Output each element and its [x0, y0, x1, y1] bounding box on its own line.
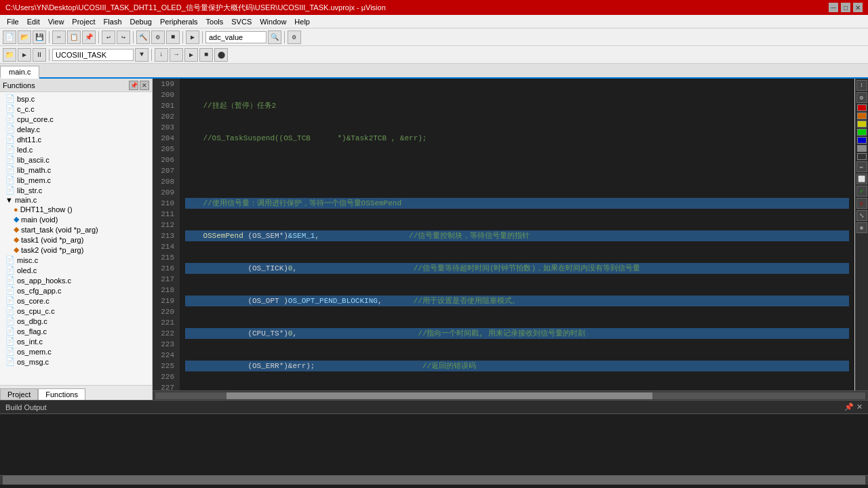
tb2-breakpoint[interactable]: ⬤	[214, 48, 228, 62]
tree-item-libstr[interactable]: 📄lib_str.c	[0, 185, 152, 195]
strip-eraser[interactable]: ⬜	[856, 174, 867, 184]
tb2-btn1[interactable]: ▶	[18, 48, 31, 62]
title-text: C:\Users\YN\Desktop\UCOSIII_TASK_DHT11_O…	[5, 3, 386, 13]
tb2-step[interactable]: ↓	[155, 48, 168, 62]
title-bar-controls: ─ □ ✕	[829, 3, 863, 12]
menu-svcs[interactable]: SVCS	[227, 18, 256, 26]
tree-item-libmath[interactable]: 📄lib_math.c	[0, 165, 152, 175]
minimize-button[interactable]: ─	[829, 3, 838, 12]
tree-item-mainc[interactable]: ▼main.c	[0, 195, 152, 205]
tree-item-starttask[interactable]: ◆start_task (void *p_arg)	[0, 224, 152, 235]
tree-item-led[interactable]: 📄led.c	[0, 144, 152, 155]
tree-item-cc[interactable]: 📄c_c.c	[0, 104, 152, 114]
menu-project[interactable]: Project	[68, 18, 99, 26]
toolbar2-sep1	[49, 49, 50, 61]
tb2-stepover[interactable]: →	[170, 48, 183, 62]
cut-button[interactable]: ✂	[52, 30, 66, 44]
color-orange	[857, 113, 867, 119]
menu-file[interactable]: File	[3, 18, 23, 26]
tree-item-task2[interactable]: ◆task2 (void *p_arg)	[0, 245, 152, 255]
save-button[interactable]: 💾	[33, 30, 46, 44]
tree-item-delay[interactable]: 📄delay.c	[0, 124, 152, 134]
color-red	[857, 104, 867, 111]
tree-item-main[interactable]: ◆main (void)	[0, 214, 152, 224]
menu-window[interactable]: Window	[256, 18, 290, 26]
tab-functions[interactable]: Functions	[38, 388, 85, 400]
strip-zoom[interactable]: ⊕	[856, 222, 867, 233]
tree-item-bsp[interactable]: 📄bsp.c	[0, 94, 152, 104]
code-scroll[interactable]: 199 200 201 202 203 204 205 206 207 208 …	[153, 79, 868, 390]
build-scrollbar-thumb[interactable]	[3, 476, 865, 485]
tree-item-libmem[interactable]: 📄lib_mem.c	[0, 175, 152, 185]
tree-item-task1[interactable]: ◆task1 (void *p_arg)	[0, 235, 152, 245]
stop-button[interactable]: ■	[166, 30, 180, 44]
main-area: Functions 📌 ✕ 📄bsp.c 📄c_c.c 📄cpu_core.c …	[0, 79, 868, 400]
copy-button[interactable]: 📋	[67, 30, 81, 44]
tree-item-oled[interactable]: 📄oled.c	[0, 265, 152, 275]
strip-btn1[interactable]: ↕	[856, 80, 867, 91]
tree-item-osdbg[interactable]: 📄os_dbg.c	[0, 316, 152, 326]
strip-move[interactable]: ⤡	[856, 210, 867, 221]
build-output-close[interactable]: ✕	[856, 403, 863, 411]
strip-btn2[interactable]: ⚙	[856, 92, 867, 103]
project-dropdown[interactable]: ▼	[135, 48, 149, 62]
build-button[interactable]: 🔨	[136, 30, 150, 44]
tb2-btn2[interactable]: ⏸	[33, 48, 46, 62]
rebuild-button[interactable]: ⚙	[151, 30, 165, 44]
menu-debug[interactable]: Debug	[126, 18, 156, 26]
tb2-run[interactable]: ▶	[184, 48, 198, 62]
panel-close-button[interactable]: ✕	[140, 81, 149, 90]
code-lines: //挂起（暂停）任务2 //OS_TaskSuspend((OS_TCB *)&…	[180, 79, 854, 390]
color-green	[857, 129, 867, 136]
menu-help[interactable]: Help	[290, 18, 314, 26]
strip-x-red[interactable]: ✕	[856, 198, 867, 209]
tree-item-oscpuc[interactable]: 📄os_cpu_c.c	[0, 306, 152, 316]
tree-item-oscore[interactable]: 📄os_core.c	[0, 296, 152, 306]
menu-edit[interactable]: Edit	[23, 18, 44, 26]
menu-flash[interactable]: Flash	[100, 18, 126, 26]
code-scrollbar-track[interactable]	[155, 392, 865, 399]
code-scrollbar	[153, 390, 868, 400]
tab-main-c[interactable]: main.c	[0, 66, 39, 79]
undo-button[interactable]: ↩	[102, 30, 115, 44]
tree-item-apphooks[interactable]: 📄os_app_hooks.c	[0, 275, 152, 285]
menu-tools[interactable]: Tools	[202, 18, 228, 26]
tree-item-osmem[interactable]: 📄os_mem.c	[0, 346, 152, 357]
search-button[interactable]: 🔍	[268, 30, 281, 44]
new-file-button[interactable]: 📄	[3, 30, 16, 44]
maximize-button[interactable]: □	[841, 3, 850, 12]
close-button[interactable]: ✕	[853, 3, 863, 12]
tb2-stop[interactable]: ■	[199, 48, 213, 62]
code-scrollbar-thumb[interactable]	[226, 392, 652, 399]
search-input[interactable]	[205, 31, 267, 43]
panel-pin-button[interactable]: 📌	[129, 81, 138, 90]
build-output-pin[interactable]: 📌	[844, 403, 854, 411]
debug-button[interactable]: ▶	[186, 30, 199, 44]
tree-item-oscfgapp[interactable]: 📄os_cfg_app.c	[0, 285, 152, 296]
project-btn[interactable]: 📁	[3, 48, 16, 62]
tree-item-osflag[interactable]: 📄os_flag.c	[0, 326, 152, 336]
strip-check-green[interactable]: ✓	[856, 186, 867, 197]
tree-item-dht11[interactable]: 📄dht11.c	[0, 134, 152, 144]
tree-item-dht11show[interactable]: ●DHT11_show ()	[0, 205, 152, 214]
menu-peripherals[interactable]: Peripherals	[156, 18, 202, 26]
project-name-input[interactable]	[52, 49, 134, 61]
tab-bar: main.c	[0, 64, 868, 79]
tab-project[interactable]: Project	[0, 388, 38, 400]
tree-item-libascii[interactable]: 📄lib_ascii.c	[0, 155, 152, 165]
build-output-controls: 📌 ✕	[844, 403, 863, 411]
paste-button[interactable]: 📌	[82, 30, 96, 44]
tree-item-osmsg[interactable]: 📄os_msg.c	[0, 357, 152, 367]
settings-button[interactable]: ⚙	[288, 30, 301, 44]
tree-item-cpucore[interactable]: 📄cpu_core.c	[0, 114, 152, 124]
left-panel-title: Functions	[3, 81, 35, 89]
redo-button[interactable]: ↪	[117, 30, 130, 44]
tree-item-misc[interactable]: 📄misc.c	[0, 255, 152, 265]
code-area: 199 200 201 202 203 204 205 206 207 208 …	[153, 79, 868, 400]
build-scrollbar-track[interactable]	[3, 476, 865, 485]
tree-item-osint[interactable]: 📄os_int.c	[0, 336, 152, 346]
open-button[interactable]: 📂	[18, 30, 31, 44]
menu-view[interactable]: View	[44, 18, 68, 26]
strip-pencil[interactable]: ✏	[856, 161, 867, 172]
code-line-199: //挂起（暂停）任务2	[185, 100, 849, 111]
